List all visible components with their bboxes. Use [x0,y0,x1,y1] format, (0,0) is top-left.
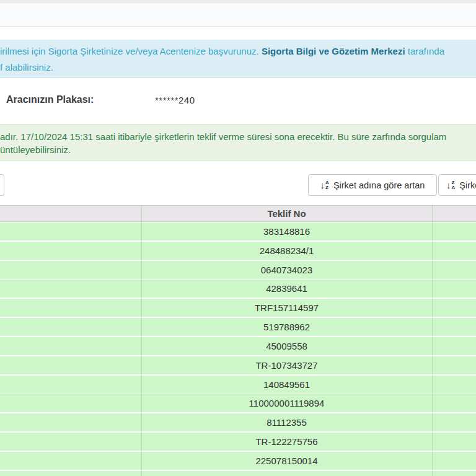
sort-asc-button[interactable]: ↓ A Z Şirket adına göre artan [308,174,437,196]
info-alert-text-suffix: tarafında [405,46,444,56]
table-row [0,471,476,476]
offer-no-cell: 140849561 [141,376,432,394]
info-alert-bold-text: Sigorta Bilgi ve Gözetim Merkezi [262,46,405,56]
table-row: 225078150014 [0,452,476,470]
offer-no-header: Teklif No [141,206,432,221]
info-alert-line1: irilmesi için Sigorta Şirketinize ve/vey… [0,43,476,60]
table-row: 110000001119894 [0,394,476,412]
table-row: 248488234/1 [0,242,476,260]
deadline-alert: adır. 17/10/2024 15:31 saati itibariyle … [0,124,476,161]
plate-label: Aracınızın Plakası: [6,94,94,105]
table-row: 42839641 [0,280,476,298]
sort-alpha-asc-icon: ↓ A Z [320,180,329,190]
table-row: 0640734023 [0,261,476,279]
sort-desc-button-label: Şirke [459,180,476,190]
offer-no-cell: TRF157114597 [141,299,432,317]
table-row: TR-107343727 [0,356,476,374]
table-row: TR-122275756 [0,433,476,451]
offer-no-cell: 0640734023 [141,261,432,279]
info-alert-text: irilmesi için Sigorta Şirketinize ve/vey… [0,46,262,56]
page: irilmesi için Sigorta Şirketinize ve/vey… [0,0,476,476]
offer-no-cell: 519788962 [141,318,432,336]
offer-no-cell: 225078150014 [141,452,432,470]
deadline-alert-line2: üntüleyebilirsiniz. [0,143,476,156]
arrow-down-glyph: ↓ [446,180,451,190]
table-row: 383148816 [0,223,476,240]
icon-letter-bottom: A [452,185,456,190]
offer-no-cell: TR-107343727 [141,356,432,374]
table-row: 81112355 [0,413,476,431]
offer-no-cell [141,471,432,476]
offer-no-cell: 248488234/1 [141,242,432,260]
cut-off-button[interactable] [0,174,4,196]
table-row: 519788962 [0,318,476,336]
table-row: 140849561 [0,376,476,394]
plate-value: ******240 [155,95,195,105]
offer-no-cell: 81112355 [141,413,432,431]
sort-asc-button-label: Şirket adına göre artan [333,180,425,190]
sort-alpha-desc-icon: ↓ Z A [446,180,455,190]
offer-no-cell: 383148816 [141,223,432,240]
column-divider [141,205,142,476]
icon-letter-bottom: Z [325,185,329,190]
table-header-row: Teklif No [0,205,476,222]
offer-no-cell: TR-122275756 [141,433,432,451]
arrow-down-glyph: ↓ [320,180,325,190]
offers-table: Teklif No 383148816 248488234/1 06407340… [0,205,476,476]
subheader-panel [0,3,476,27]
sort-desc-button[interactable]: ↓ Z A Şirke [438,174,476,196]
offer-no-cell: 42839641 [141,280,432,298]
offer-no-cell: 45009558 [141,337,432,355]
table-row: 45009558 [0,337,476,355]
info-alert: irilmesi için Sigorta Şirketinize ve/vey… [0,40,476,78]
top-bar [0,0,476,2]
deadline-alert-line1: adır. 17/10/2024 15:31 saati itibariyle … [0,130,476,143]
table-row: TRF157114597 [0,299,476,317]
column-divider [432,205,433,476]
offer-no-cell: 110000001119894 [141,394,432,412]
table-body: 383148816 248488234/1 0640734023 4283964… [0,223,476,476]
plate-row: Aracınızın Plakası: ******240 [0,94,476,109]
info-alert-line2: f alabilirsiniz. [0,60,476,76]
